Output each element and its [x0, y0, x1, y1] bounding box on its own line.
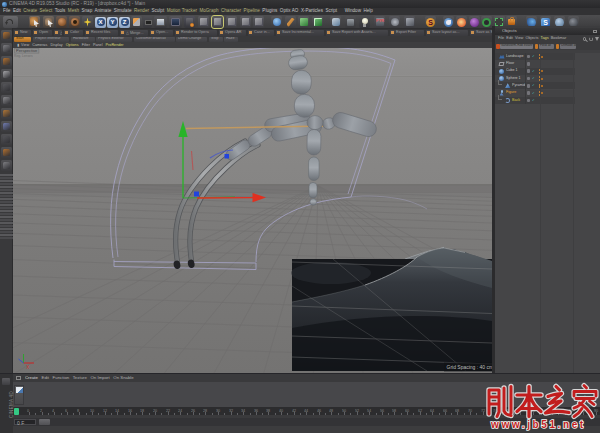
svg-text:www.jb51.net: www.jb51.net: [490, 419, 586, 430]
svg-text:Grid Spacing : 40 cm: Grid Spacing : 40 cm: [447, 364, 493, 370]
